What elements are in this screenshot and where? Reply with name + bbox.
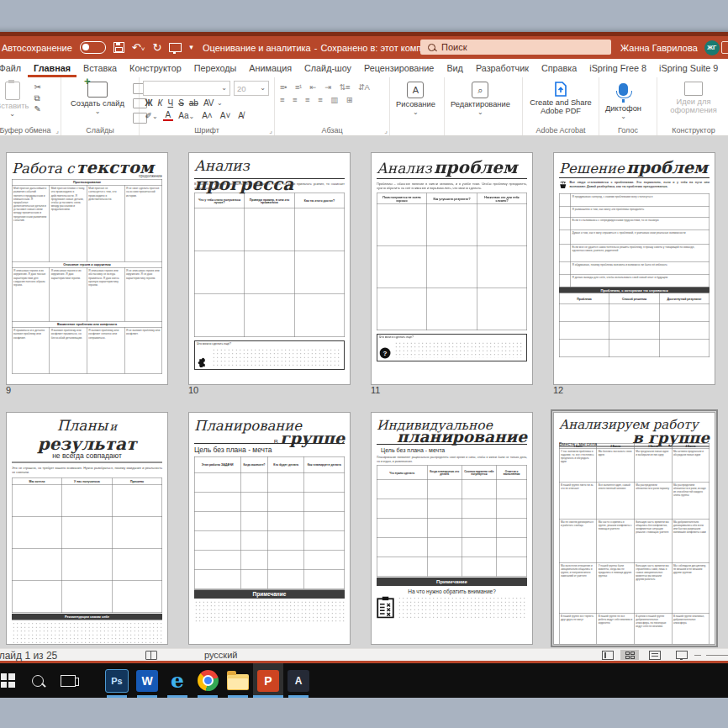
tab-view[interactable]: Вид — [440, 59, 470, 77]
autosave-toggle[interactable] — [80, 41, 106, 54]
tab-animations[interactable]: Анимация — [243, 59, 298, 77]
tab-review[interactable]: Рецензирование — [358, 59, 440, 77]
taskbar-powerpoint-active[interactable]: P — [253, 663, 283, 698]
start-slideshow-icon[interactable] — [169, 43, 182, 52]
dictaphone-button[interactable]: Диктофон ⌄ — [603, 81, 644, 124]
language-indicator[interactable]: русский — [204, 650, 237, 660]
account-area[interactable]: Жанна Гаврилова ЖГ — [620, 36, 720, 59]
taskbar-word[interactable]: W — [132, 663, 162, 698]
undo-icon[interactable]: ↶˅ — [132, 42, 145, 53]
rubric-cell: Я не описываю героев или окружение. Я не… — [124, 267, 162, 321]
redo-icon[interactable]: ↻ — [152, 42, 161, 53]
quick-access-toolbar: Автосохранение ↶˅ ↻ ▾ — [2, 36, 193, 59]
clear-formatting-button[interactable]: А̸ — [236, 111, 246, 120]
font-color-button[interactable]: А — [163, 110, 173, 121]
tab-home[interactable]: Главная — [28, 59, 77, 77]
editing-button[interactable]: ⌕ Редактирование ⌄ — [448, 81, 513, 124]
paragraph-dialog-launcher[interactable]: ⌟ — [384, 127, 388, 135]
rubric-cell: Большую часть времени мы справлялись сам… — [635, 563, 673, 614]
font-size-select[interactable]: 20⌄ — [234, 81, 269, 96]
numbering-icon[interactable]: ≡¹ — [293, 82, 303, 92]
task-view-button[interactable] — [53, 663, 83, 698]
zoom-out-button[interactable] — [694, 655, 701, 656]
slide-thumbnail-15[interactable]: Индивидуальное планирование Цель без пла… — [371, 412, 533, 645]
new-slide-button[interactable]: Создать слайд ⌄ — [65, 81, 130, 124]
slide-thumbnail-16[interactable]: Анализируем работу Вместе - мы сила в гр… — [553, 412, 715, 645]
chevron-down-icon: ⌄ — [9, 112, 15, 117]
reading-view-button[interactable] — [646, 650, 664, 660]
rubric-cell: Большую часть времени мы общались без ко… — [635, 520, 673, 563]
italic-button[interactable]: К — [156, 98, 165, 108]
search-box[interactable]: Поиск — [420, 40, 611, 55]
strikethrough-button[interactable]: S — [177, 98, 187, 108]
columns-icon[interactable]: ▥ — [329, 95, 339, 104]
avatar[interactable]: ЖГ — [704, 40, 720, 55]
increase-indent-icon[interactable]: ⇥ — [323, 82, 332, 92]
taskbar-photoshop[interactable]: Ps — [102, 663, 132, 698]
rubric-cell: Мы не смогли договориться и работать соо… — [559, 520, 597, 563]
design-ideas-button[interactable]: Идеи для оформления — [661, 81, 726, 124]
shrink-font-button[interactable]: А˅ — [218, 111, 233, 120]
clipboard-dialog-launcher[interactable]: ⌟ — [55, 127, 59, 135]
customize-qat-icon[interactable]: ▾ — [189, 44, 193, 51]
underline-button[interactable]: Ч — [166, 98, 176, 108]
smartart-icon[interactable]: ⊞ — [345, 95, 354, 104]
slide-sorter-view-button[interactable] — [620, 650, 639, 660]
taskbar-chrome[interactable] — [193, 663, 223, 698]
dictaphone-label: Диктофон — [605, 104, 641, 113]
grow-font-button[interactable]: А˄ — [200, 111, 215, 120]
drawing-button[interactable]: A Рисование ⌄ — [393, 81, 438, 124]
zoom-slider[interactable] — [706, 655, 728, 656]
clipboard-icon — [377, 596, 394, 618]
tab-ispring-suite[interactable]: iSpring Suite 9 — [653, 59, 725, 77]
tab-developer[interactable]: Разработчик — [469, 59, 535, 77]
align-center-icon[interactable]: ≡ — [291, 95, 298, 104]
tab-slideshow[interactable]: Слайд-шоу — [298, 59, 358, 77]
tab-transitions[interactable]: Переходы — [187, 59, 243, 77]
slide-thumbnail-13[interactable]: Планы и результат не всегда совпадают Эт… — [6, 412, 168, 645]
font-dialog-launcher[interactable]: ⌟ — [269, 127, 272, 135]
normal-view-button[interactable] — [599, 650, 617, 660]
slide-thumbnail-9[interactable]: Работа с текстом продолжение Прогнозиров… — [6, 152, 168, 385]
slide-thumbnail-12[interactable]: Решение проблем Все люди сталкиваются с … — [553, 152, 715, 385]
paste-button[interactable]: Вставить ⌄ — [0, 81, 31, 124]
create-pdf-button[interactable]: Create and Share Adobe PDF — [526, 81, 595, 124]
tab-design[interactable]: Конструктор — [124, 59, 188, 77]
shadow-button[interactable]: ab — [187, 98, 200, 108]
footer-question: Что можно сделать ещё? — [195, 341, 344, 346]
spellcheck-icon[interactable] — [145, 651, 157, 660]
tab-ispring-free[interactable]: iSpring Free 8 — [583, 59, 653, 77]
group-voice: Диктофон ⌄ Голос — [599, 77, 657, 135]
ribbon-options-icon[interactable] — [721, 41, 728, 54]
change-case-button[interactable]: Aa⌄ — [177, 111, 197, 120]
decrease-indent-icon[interactable]: ⇤ — [309, 82, 318, 92]
bold-button[interactable]: Ж — [143, 98, 155, 108]
align-right-icon[interactable]: ≡ — [303, 95, 311, 104]
character-spacing-button[interactable]: AV — [201, 98, 216, 108]
text-direction-icon[interactable]: ⇵А — [356, 82, 371, 92]
tab-help[interactable]: Справка — [535, 59, 583, 77]
rubric-cell: Я выявил проблему или конфликт неполно и… — [87, 327, 125, 373]
highlight-color-button[interactable]: ✐⌄ — [143, 111, 160, 120]
chevron-down-icon: ⌄ — [217, 101, 223, 106]
cut-icon[interactable]: ✂ — [34, 82, 40, 92]
tab-file[interactable]: Файл — [0, 59, 28, 77]
taskbar-search-button[interactable] — [23, 663, 53, 698]
taskbar-file-explorer[interactable] — [223, 663, 253, 698]
slide-thumbnail-11[interactable]: Анализ проблем Проблемы – обычное явлени… — [371, 152, 533, 385]
bullets-icon[interactable]: ≡• — [278, 82, 288, 92]
format-painter-icon[interactable]: ✎ — [34, 104, 40, 113]
justify-icon[interactable]: ≡ — [316, 95, 324, 104]
taskbar-edge[interactable]: e — [162, 663, 193, 698]
document-title[interactable]: Оценивание и аналитика - Сохранено в: эт… — [203, 36, 454, 59]
slideshow-view-button[interactable] — [673, 650, 691, 660]
copy-icon[interactable]: ⧉ — [34, 93, 40, 103]
line-spacing-icon[interactable]: ⇅≡ — [338, 82, 352, 92]
slide-thumbnail-10[interactable]: Анализ прогресса В начале, у всех не пол… — [188, 152, 351, 385]
font-name-select[interactable]: ⌄ — [143, 81, 230, 96]
taskbar-acrobat[interactable]: A — [283, 663, 314, 698]
save-icon[interactable] — [113, 42, 124, 53]
slide-thumbnail-14[interactable]: Планирование В группе Цель без плана - м… — [188, 412, 351, 645]
align-left-icon[interactable]: ≡ — [278, 95, 286, 104]
start-button[interactable] — [0, 663, 23, 698]
